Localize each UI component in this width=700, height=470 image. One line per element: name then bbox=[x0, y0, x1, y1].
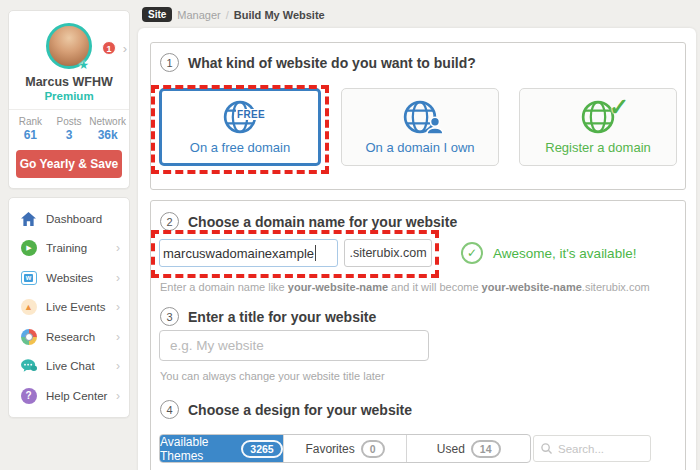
option-register-domain[interactable]: ✓ Register a domain bbox=[519, 88, 677, 166]
step-4-number: 4 bbox=[160, 400, 179, 419]
sidebar-item-training[interactable]: ▶ Training › bbox=[9, 234, 129, 264]
profile-name: Marcus WFHW bbox=[9, 75, 129, 89]
person-icon bbox=[425, 116, 445, 138]
website-title-input[interactable] bbox=[159, 330, 429, 361]
chevron-right-icon: › bbox=[116, 330, 120, 344]
stat-posts[interactable]: Posts 3 bbox=[50, 116, 89, 142]
sidebar-item-dashboard[interactable]: Dashboard bbox=[9, 204, 129, 234]
stat-network[interactable]: Network 36k bbox=[88, 116, 127, 142]
step-4-header: 4 Choose a design for your website bbox=[160, 400, 412, 419]
step-3-header: 3 Enter a title for your website bbox=[160, 307, 376, 326]
step-1-header: 1 What kind of website do you want to bu… bbox=[160, 53, 476, 72]
sidebar: ★ 1 › Marcus WFHW Premium Rank 61 Posts … bbox=[8, 10, 130, 418]
count-badge: 14 bbox=[471, 440, 501, 458]
domain-name-input[interactable]: marcuswadomainexample bbox=[159, 239, 338, 267]
section-website-setup: 2 Choose a domain name for your website … bbox=[150, 200, 686, 470]
chevron-right-icon: › bbox=[116, 271, 120, 285]
option-label: On a domain I own bbox=[365, 140, 474, 155]
play-icon: ▶ bbox=[20, 240, 37, 257]
availability-message: Awesome, it's available! bbox=[493, 246, 636, 261]
step-1-number: 1 bbox=[160, 53, 179, 72]
globe-person-icon bbox=[401, 99, 439, 135]
chat-bubble-icon bbox=[20, 358, 37, 375]
domain-name-row: marcuswadomainexample .siterubix.com ✓ A… bbox=[159, 239, 636, 267]
breadcrumb-separator: / bbox=[226, 9, 229, 21]
tab-available-themes[interactable]: Available Themes 3265 bbox=[160, 435, 283, 462]
option-label: On a free domain bbox=[190, 140, 290, 155]
tab-used[interactable]: Used 14 bbox=[406, 435, 530, 462]
sidebar-menu: Dashboard ▶ Training › w Websites › ▲ Li… bbox=[8, 197, 130, 418]
breadcrumb-manager[interactable]: Manager bbox=[177, 9, 220, 21]
chevron-right-icon: › bbox=[116, 300, 120, 314]
globe-check-icon: ✓ bbox=[579, 99, 617, 135]
globe-free-icon: FREE bbox=[221, 99, 259, 135]
browser-window-icon: w bbox=[20, 269, 37, 286]
count-badge: 0 bbox=[361, 440, 385, 458]
sidebar-item-live-chat[interactable]: Live Chat › bbox=[9, 352, 129, 382]
search-icon bbox=[541, 440, 552, 458]
availability-status: ✓ Awesome, it's available! bbox=[461, 242, 636, 264]
step-3-number: 3 bbox=[160, 307, 179, 326]
option-own-domain[interactable]: On a domain I own bbox=[341, 88, 499, 166]
search-input[interactable] bbox=[558, 443, 643, 455]
theme-search bbox=[533, 435, 651, 462]
sidebar-item-research[interactable]: Research › bbox=[9, 322, 129, 352]
go-yearly-button[interactable]: Go Yearly & Save bbox=[16, 150, 122, 178]
step-2-title: Choose a domain name for your website bbox=[188, 214, 457, 230]
notification-badge[interactable]: 1 bbox=[102, 41, 116, 55]
tab-favorites[interactable]: Favorites 0 bbox=[283, 435, 407, 462]
sidebar-item-help-center[interactable]: ? Help Center › bbox=[9, 381, 129, 411]
theme-tabs: Available Themes 3265 Favorites 0 Used 1… bbox=[159, 434, 531, 463]
domain-name-value: marcuswadomainexample bbox=[163, 246, 314, 261]
step-2-number: 2 bbox=[160, 212, 179, 231]
chevron-right-icon: › bbox=[116, 389, 120, 403]
chevron-right-icon[interactable]: › bbox=[123, 41, 127, 56]
check-circle-icon: ✓ bbox=[461, 242, 483, 264]
count-badge: 3265 bbox=[241, 440, 282, 458]
title-helper-text: You can always change your website title… bbox=[160, 370, 385, 382]
chevron-right-icon: › bbox=[116, 359, 120, 373]
option-label: Register a domain bbox=[545, 140, 651, 155]
sidebar-item-live-events[interactable]: ▲ Live Events › bbox=[9, 293, 129, 323]
question-icon: ? bbox=[20, 387, 37, 404]
domain-options: FREE On a free domain bbox=[159, 88, 677, 166]
stat-rank[interactable]: Rank 61 bbox=[11, 116, 50, 142]
avatar[interactable]: ★ bbox=[46, 23, 92, 69]
free-label: FREE bbox=[236, 109, 266, 120]
step-2-header: 2 Choose a domain name for your website bbox=[160, 212, 457, 231]
main-panel: 1 What kind of website do you want to bu… bbox=[138, 28, 696, 470]
premium-star-icon: ★ bbox=[78, 58, 89, 72]
domain-helper-text: Enter a domain name like your-website-na… bbox=[160, 281, 650, 293]
profile-stats: Rank 61 Posts 3 Network 36k bbox=[9, 109, 129, 144]
section-website-kind: 1 What kind of website do you want to bu… bbox=[150, 42, 686, 190]
breadcrumb-page: Build My Website bbox=[234, 9, 325, 21]
theme-tabs-row: Available Themes 3265 Favorites 0 Used 1… bbox=[159, 434, 651, 463]
broadcast-icon: ▲ bbox=[20, 299, 37, 316]
breadcrumb: Site Manager / Build My Website bbox=[142, 7, 325, 22]
site-logo[interactable]: Site bbox=[142, 7, 172, 22]
text-caret bbox=[315, 245, 316, 261]
domain-suffix-box: .siterubix.com bbox=[344, 239, 432, 267]
profile-card: ★ 1 › Marcus WFHW Premium Rank 61 Posts … bbox=[8, 10, 130, 189]
check-icon: ✓ bbox=[609, 93, 629, 121]
option-free-domain[interactable]: FREE On a free domain bbox=[159, 88, 321, 166]
step-1-title: What kind of website do you want to buil… bbox=[188, 55, 476, 71]
home-icon bbox=[20, 210, 37, 227]
research-wheel-icon bbox=[20, 328, 37, 345]
sidebar-item-websites[interactable]: w Websites › bbox=[9, 263, 129, 293]
step-3-title: Enter a title for your website bbox=[188, 309, 376, 325]
step-4-title: Choose a design for your website bbox=[188, 402, 412, 418]
profile-tier: Premium bbox=[9, 90, 129, 102]
chevron-right-icon: › bbox=[116, 241, 120, 255]
